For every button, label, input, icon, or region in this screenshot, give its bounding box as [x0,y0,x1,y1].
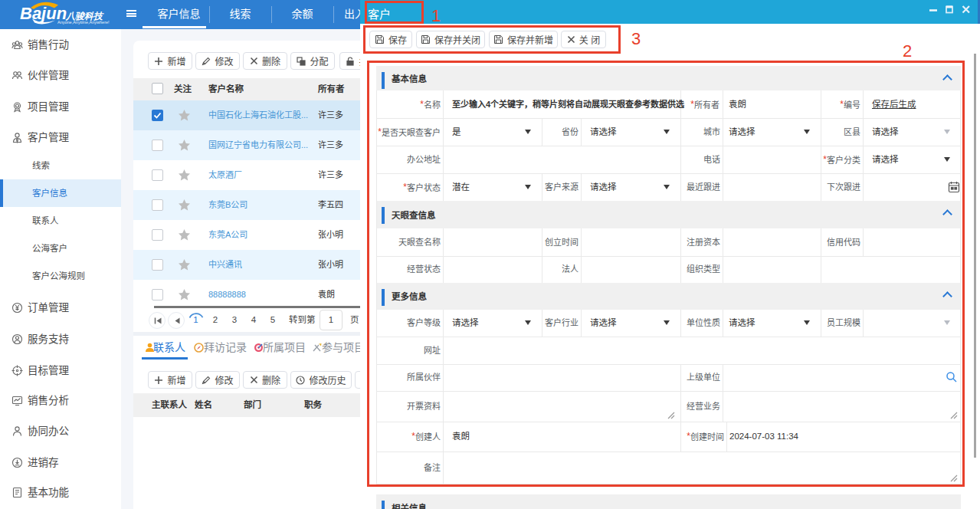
svg-text:Anyone,Anytime,Anywhere!: Anyone,Anytime,Anywhere! [57,20,110,25]
